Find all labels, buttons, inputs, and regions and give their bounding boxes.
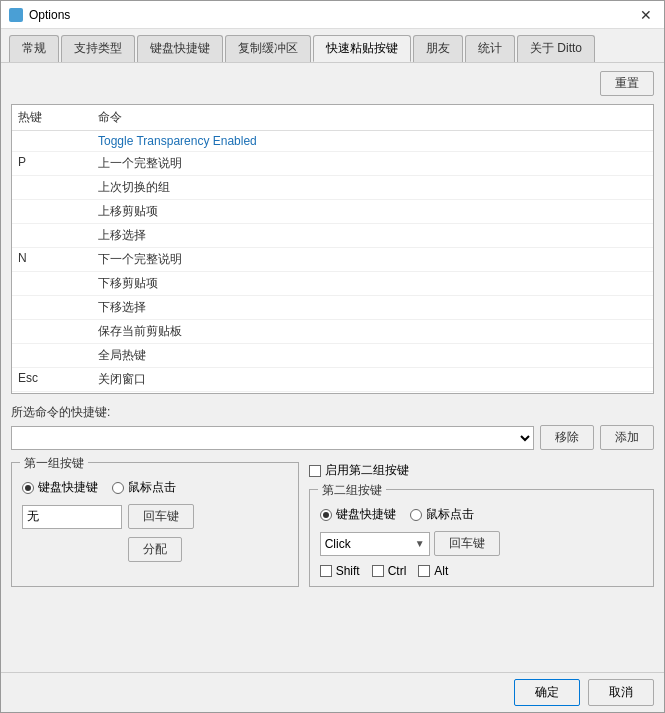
- tab-quickpaste[interactable]: 快速粘贴按键: [313, 35, 411, 62]
- group2-container: 启用第二组按键 第二组按键 键盘快捷键 鼠标点击: [309, 462, 654, 587]
- group2-keyboard-radio-indicator: [320, 509, 332, 521]
- group1-radio-row: 键盘快捷键 鼠标点击: [22, 479, 288, 496]
- enable-group2-label: 启用第二组按键: [325, 462, 409, 479]
- group2-dropdown-row: Click ▼ 回车键: [320, 531, 643, 556]
- shortcut-label: 所选命令的快捷键:: [11, 404, 654, 421]
- enable-group2-row: 启用第二组按键: [309, 462, 654, 479]
- group2-box: 第二组按键 键盘快捷键 鼠标点击 Click: [309, 489, 654, 587]
- assign-button[interactable]: 分配: [128, 537, 182, 562]
- table-row[interactable]: N 下一个完整说明: [12, 248, 653, 272]
- group1-keyboard-label: 键盘快捷键: [38, 479, 98, 496]
- table-body[interactable]: Toggle Transparency Enabled P 上一个完整说明 上次…: [12, 131, 653, 393]
- ctrl-checkbox[interactable]: [372, 565, 384, 577]
- tab-keyboard[interactable]: 键盘快捷键: [137, 35, 223, 62]
- tab-support[interactable]: 支持类型: [61, 35, 135, 62]
- group1-input-row: 回车键: [22, 504, 288, 529]
- tab-friends[interactable]: 朋友: [413, 35, 463, 62]
- table-row[interactable]: 下移选择: [12, 296, 653, 320]
- group1-mouse-radio[interactable]: 鼠标点击: [112, 479, 176, 496]
- group2-click-dropdown[interactable]: Click ▼: [320, 532, 430, 556]
- title-bar: Options ✕: [1, 1, 664, 29]
- col-command-header: 命令: [98, 109, 647, 126]
- cancel-button[interactable]: 取消: [588, 679, 654, 706]
- alt-checkbox[interactable]: [418, 565, 430, 577]
- bottom-buttons: 确定 取消: [1, 672, 664, 712]
- group1-mouse-radio-indicator: [112, 482, 124, 494]
- remove-button[interactable]: 移除: [540, 425, 594, 450]
- shortcut-select[interactable]: [11, 426, 534, 450]
- group2-keyboard-label: 键盘快捷键: [336, 506, 396, 523]
- group1-enter-button[interactable]: 回车键: [128, 504, 194, 529]
- tab-stats[interactable]: 统计: [465, 35, 515, 62]
- shift-label: Shift: [336, 564, 360, 578]
- add-button[interactable]: 添加: [600, 425, 654, 450]
- tab-about[interactable]: 关于 Ditto: [517, 35, 595, 62]
- modifier-checkboxes: Shift Ctrl Alt: [320, 564, 643, 578]
- table-row[interactable]: Toggle Transparency Enabled: [12, 131, 653, 152]
- group2-mouse-radio-indicator: [410, 509, 422, 521]
- group1-keyboard-radio[interactable]: 键盘快捷键: [22, 479, 98, 496]
- close-button[interactable]: ✕: [636, 5, 656, 25]
- group1-box: 第一组按键 键盘快捷键 鼠标点击 回车键 分配: [11, 462, 299, 587]
- table-header: 热键 命令: [12, 105, 653, 131]
- table-row[interactable]: Esc 关闭窗口: [12, 368, 653, 392]
- col-hotkey-header: 热键: [18, 109, 98, 126]
- enable-group2-checkbox[interactable]: [309, 465, 321, 477]
- group2-title: 第二组按键: [318, 482, 386, 499]
- reset-button[interactable]: 重置: [600, 71, 654, 96]
- table-row[interactable]: 上移选择: [12, 224, 653, 248]
- group2-enter-button[interactable]: 回车键: [434, 531, 500, 556]
- table-row[interactable]: 上移剪贴项: [12, 200, 653, 224]
- table-row[interactable]: 下移剪贴项: [12, 272, 653, 296]
- group2-mouse-radio[interactable]: 鼠标点击: [410, 506, 474, 523]
- alt-checkbox-item[interactable]: Alt: [418, 564, 448, 578]
- group1-key-input[interactable]: [22, 505, 122, 529]
- assign-row: 分配: [22, 537, 288, 562]
- table-row[interactable]: 保存当前剪贴板: [12, 320, 653, 344]
- shift-checkbox-item[interactable]: Shift: [320, 564, 360, 578]
- tab-clipboard[interactable]: 复制缓冲区: [225, 35, 311, 62]
- tab-bar: 常规 支持类型 键盘快捷键 复制缓冲区 快速粘贴按键 朋友 统计 关于 Ditt…: [1, 29, 664, 63]
- top-bar: 重置: [11, 71, 654, 96]
- shift-checkbox[interactable]: [320, 565, 332, 577]
- table-row[interactable]: 上次切换的组: [12, 176, 653, 200]
- main-content: 重置 热键 命令 Toggle Transparency Enabled P 上…: [1, 63, 664, 672]
- group1-mouse-label: 鼠标点击: [128, 479, 176, 496]
- group2-radio-row: 键盘快捷键 鼠标点击: [320, 506, 643, 523]
- app-icon: [9, 8, 23, 22]
- hotkey-table: 热键 命令 Toggle Transparency Enabled P 上一个完…: [11, 104, 654, 394]
- dropdown-arrow-icon: ▼: [415, 538, 425, 549]
- table-row[interactable]: 全局热键: [12, 344, 653, 368]
- group1-title: 第一组按键: [20, 455, 88, 472]
- group2-mouse-label: 鼠标点击: [426, 506, 474, 523]
- group1-keyboard-radio-indicator: [22, 482, 34, 494]
- tab-general[interactable]: 常规: [9, 35, 59, 62]
- alt-label: Alt: [434, 564, 448, 578]
- shortcut-section: 所选命令的快捷键: 移除 添加: [11, 402, 654, 450]
- group2-keyboard-radio[interactable]: 键盘快捷键: [320, 506, 396, 523]
- ctrl-label: Ctrl: [388, 564, 407, 578]
- group2-dropdown-value: Click: [325, 537, 351, 551]
- main-window: Options ✕ 常规 支持类型 键盘快捷键 复制缓冲区 快速粘贴按键 朋友 …: [0, 0, 665, 713]
- ok-button[interactable]: 确定: [514, 679, 580, 706]
- lower-section: 第一组按键 键盘快捷键 鼠标点击 回车键 分配: [11, 462, 654, 587]
- table-row[interactable]: P 上一个完整说明: [12, 152, 653, 176]
- window-title: Options: [29, 8, 630, 22]
- ctrl-checkbox-item[interactable]: Ctrl: [372, 564, 407, 578]
